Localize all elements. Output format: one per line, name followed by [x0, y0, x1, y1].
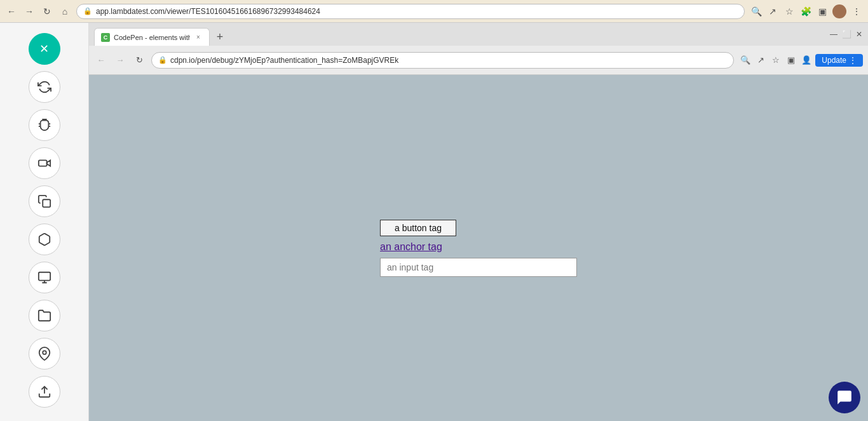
nested-forward-button[interactable]: →: [113, 53, 127, 67]
nested-layout-icon[interactable]: ▣: [785, 54, 797, 67]
monitor-button[interactable]: [29, 262, 60, 293]
svg-rect-1: [43, 199, 50, 207]
nested-user-icon[interactable]: 👤: [800, 54, 813, 67]
svg-point-3: [43, 351, 46, 354]
left-sidebar: ✕: [0, 23, 89, 421]
nested-share-icon[interactable]: ↗: [754, 54, 767, 67]
svg-rect-2: [38, 272, 50, 281]
nested-tab-bar: C CodePen - elements with defaul × + — ⬜…: [89, 23, 868, 46]
top-bar-right: 🔍 ↗ ☆ 🧩 ▣ ⋮: [750, 4, 863, 18]
sync-button[interactable]: [29, 71, 60, 103]
demo-anchor-tag[interactable]: an anchor tag: [380, 241, 442, 253]
copy-button[interactable]: [29, 185, 60, 217]
chat-widget-button[interactable]: [829, 382, 860, 413]
nested-address-text: cdpn.io/pen/debug/zYMjoEp?authentication…: [170, 56, 398, 65]
box-button[interactable]: [29, 224, 60, 255]
outer-address-bar[interactable]: 🔒 app.lambdatest.com/viewer/TES101604516…: [76, 4, 745, 19]
reload-button[interactable]: ↻: [41, 5, 53, 18]
page-content: a button tag an anchor tag: [89, 75, 868, 421]
nested-back-button[interactable]: ←: [94, 53, 108, 67]
tab-label: CodePen - elements with defaul: [114, 34, 190, 41]
lock-icon: 🔒: [83, 7, 92, 15]
outer-browser-bar: ← → ↻ ⌂ 🔒 app.lambdatest.com/viewer/TES1…: [0, 0, 868, 23]
bug-button[interactable]: [29, 109, 60, 141]
window-close-button[interactable]: ✕: [853, 28, 865, 41]
tab-close-button[interactable]: ×: [194, 33, 203, 42]
upload-button[interactable]: [29, 376, 60, 408]
nested-zoom-icon[interactable]: 🔍: [739, 54, 752, 67]
share-icon[interactable]: ↗: [766, 5, 779, 18]
outer-address-text: app.lambdatest.com/viewer/TES10160451661…: [96, 7, 320, 16]
window-controls: — ⬜ ✕: [825, 23, 868, 46]
update-more-icon: ⋮: [849, 56, 857, 65]
avatar[interactable]: [832, 4, 846, 18]
update-button[interactable]: Update ⋮: [815, 54, 863, 67]
codepen-content: a button tag an anchor tag: [380, 220, 577, 277]
layout-icon[interactable]: ▣: [816, 5, 829, 18]
tab-favicon: C: [101, 33, 110, 42]
demo-button-tag[interactable]: a button tag: [380, 220, 456, 236]
maximize-button[interactable]: ⬜: [840, 28, 853, 41]
nested-address-bar-row: ← → ↻ 🔒 cdpn.io/pen/debug/zYMjoEp?authen…: [89, 46, 868, 75]
nested-lock-icon: 🔒: [158, 56, 167, 64]
demo-input-tag[interactable]: [380, 258, 577, 277]
location-button[interactable]: [29, 338, 60, 370]
folder-button[interactable]: [29, 300, 60, 331]
video-button[interactable]: [29, 147, 60, 179]
svg-rect-0: [38, 160, 46, 166]
back-button[interactable]: ←: [5, 5, 18, 18]
forward-button[interactable]: →: [23, 5, 36, 18]
nested-browser-tab[interactable]: C CodePen - elements with defaul ×: [94, 28, 210, 46]
menu-icon[interactable]: ⋮: [850, 5, 863, 18]
zoom-icon[interactable]: 🔍: [750, 5, 763, 18]
nested-star-icon[interactable]: ☆: [770, 54, 782, 67]
nested-reload-button[interactable]: ↻: [132, 53, 146, 67]
new-tab-button[interactable]: +: [211, 28, 229, 46]
minimize-button[interactable]: —: [827, 28, 840, 41]
nested-address-bar[interactable]: 🔒 cdpn.io/pen/debug/zYMjoEp?authenticati…: [151, 52, 734, 69]
home-button[interactable]: ⌂: [58, 5, 71, 18]
extension-icon[interactable]: 🧩: [799, 5, 812, 18]
nested-browser: C CodePen - elements with defaul × + — ⬜…: [89, 23, 868, 421]
close-session-button[interactable]: ✕: [29, 33, 60, 65]
nested-right-controls: 🔍 ↗ ☆ ▣ 👤 Update ⋮: [739, 54, 863, 67]
star-icon[interactable]: ☆: [783, 5, 796, 18]
